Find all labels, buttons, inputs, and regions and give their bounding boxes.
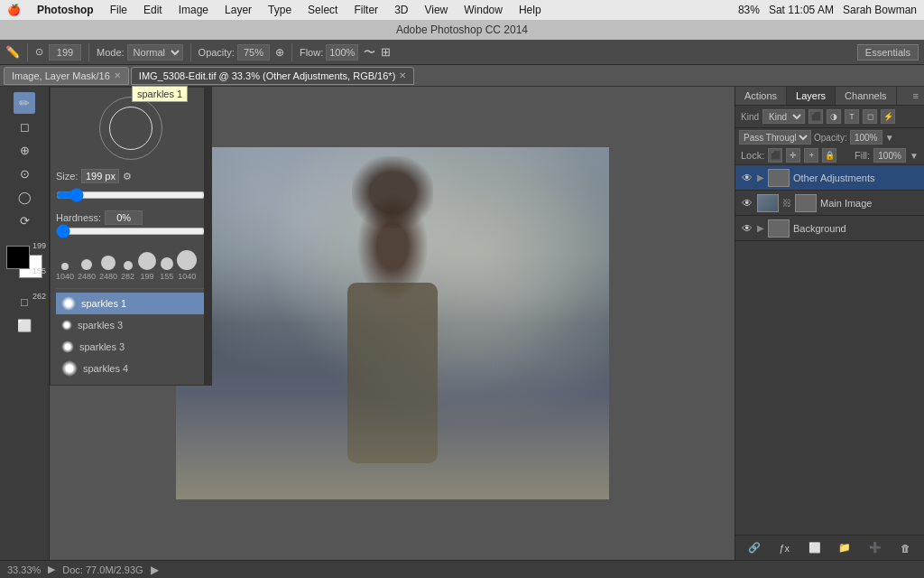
clone-tool-button[interactable]: ⊕	[14, 139, 35, 161]
layer-background[interactable]: 👁 ▶ Background	[735, 216, 924, 241]
size-slider[interactable]	[56, 189, 206, 201]
layer-fx-button[interactable]: ƒx	[775, 540, 793, 556]
brush-item-sparkles4[interactable]: sparkles 4	[56, 358, 206, 379]
size-settings-icon[interactable]: ⚙	[123, 171, 132, 182]
brush-dot-7[interactable]	[177, 250, 197, 270]
lock-icon[interactable]: 🔒	[822, 148, 836, 163]
fill-arrow[interactable]: ▼	[910, 151, 919, 161]
clone-source-icon[interactable]: ⊞	[381, 45, 391, 59]
menu-layer[interactable]: Layer	[225, 4, 252, 16]
tab-layers[interactable]: Layers	[787, 87, 836, 105]
tab-close-icon[interactable]: ✕	[114, 70, 121, 80]
foreground-color-swatch[interactable]	[6, 246, 30, 269]
eraser-tool-button[interactable]: ◻	[14, 116, 35, 137]
panel-options-icon[interactable]: ≡	[908, 87, 924, 105]
menu-file[interactable]: File	[110, 4, 127, 16]
tab-active-close-icon[interactable]: ✕	[399, 70, 406, 80]
tab-layer-mask[interactable]: Image, Layer Mask/16 ✕	[4, 67, 129, 85]
titlebar: Adobe Photoshop CC 2014	[0, 20, 924, 40]
opacity-input[interactable]	[237, 44, 270, 61]
brush-panel-scrollbar[interactable]	[204, 88, 211, 385]
mode-select[interactable]: Normal	[127, 44, 183, 61]
brush-name-1: sparkles 1	[81, 298, 126, 309]
menu-help[interactable]: Help	[519, 4, 541, 16]
layer-visibility-icon-2[interactable]: 👁	[741, 197, 753, 210]
layer-mask-thumb	[795, 194, 817, 212]
app-name[interactable]: Photoshop	[37, 4, 94, 16]
menu-edit[interactable]: Edit	[143, 4, 162, 16]
flow-input[interactable]	[326, 44, 358, 61]
layer-visibility-icon-1[interactable]: 👁	[741, 172, 753, 184]
brush-item-sparkles3a[interactable]: sparkles 3	[56, 314, 206, 336]
opacity-value[interactable]: 100%	[850, 130, 882, 144]
hardness-value[interactable]: 0%	[105, 210, 143, 225]
brush-dot-5[interactable]	[138, 252, 156, 270]
pen-pressure-icon[interactable]: 〜	[364, 44, 375, 61]
status-arrow[interactable]: ▶	[151, 564, 159, 576]
tab-active-label: IMG_5308-Edit.tif @ 33.3% (Other Adjustm…	[139, 70, 395, 81]
icon-filter-pixel[interactable]: ⬛	[808, 109, 823, 124]
brush-dot-3[interactable]	[101, 256, 116, 270]
layer-thumb-background	[768, 219, 790, 238]
menu-3d[interactable]: 3D	[394, 4, 408, 16]
layer-arrow-3[interactable]: ▶	[757, 223, 764, 233]
kind-label: Kind	[741, 112, 759, 122]
icon-filter-adjustment[interactable]: ◑	[827, 109, 841, 124]
icon-filter-smart[interactable]: ⚡	[881, 109, 895, 124]
fill-value[interactable]: 100%	[873, 148, 906, 163]
tab-main-image[interactable]: IMG_5308-Edit.tif @ 33.3% (Other Adjustm…	[131, 67, 414, 85]
lock-move-icon[interactable]: ✛	[786, 148, 800, 163]
smudge-tool-button[interactable]: ⟳	[14, 210, 35, 231]
size-value[interactable]: 199 px	[81, 169, 119, 183]
brush-tool-icon[interactable]: ✏️	[5, 45, 20, 59]
lock-all-icon[interactable]: +	[804, 148, 818, 163]
brush-item-sparkles3b[interactable]: sparkles 3	[56, 336, 206, 358]
add-mask-button[interactable]: ⬜	[806, 540, 824, 556]
blend-mode-select[interactable]: Pass Through Normal	[739, 130, 811, 144]
tab-channels[interactable]: Channels	[836, 87, 896, 105]
screen-mode-button[interactable]: ⬜	[14, 314, 35, 336]
brush-preview-circle	[109, 107, 152, 150]
layer-other-adjustments[interactable]: 👁 ▶ Other Adjustments	[735, 165, 924, 191]
kind-select[interactable]: Kind	[762, 109, 805, 124]
blend-opacity-row: Pass Through Normal Opacity: 100% ▼	[735, 128, 924, 146]
layer-arrow-1[interactable]: ▶	[757, 172, 764, 182]
brush-item-sparkles1[interactable]: sparkles 1	[56, 293, 206, 314]
brush-dot-1[interactable]	[61, 263, 69, 270]
tab-label: Image, Layer Mask/16	[12, 70, 110, 81]
hardness-slider[interactable]	[56, 225, 206, 238]
brush-thumb-2	[61, 320, 72, 331]
panel-tabs: Actions Layers Channels ≡	[735, 87, 924, 106]
brush-dot-2[interactable]	[81, 259, 92, 270]
link-layers-button[interactable]: 🔗	[745, 540, 763, 556]
tab-actions[interactable]: Actions	[735, 87, 787, 105]
zoom-level: 33.33%	[7, 564, 41, 575]
hardness-slider-row	[56, 225, 206, 239]
new-group-button[interactable]: 📁	[836, 540, 854, 556]
heal-tool-button[interactable]: ⊙	[14, 163, 35, 184]
lock-pixels-icon[interactable]: ⬛	[768, 148, 782, 163]
menu-select[interactable]: Select	[308, 4, 337, 16]
brush-size-input[interactable]: 199	[49, 44, 81, 61]
essentials-button[interactable]: Essentials	[857, 44, 919, 61]
dodge-tool-button[interactable]: ◯	[14, 186, 35, 208]
brush-dot-4[interactable]	[124, 261, 133, 270]
opacity-arrow[interactable]: ▼	[885, 133, 894, 143]
icon-filter-shape[interactable]: ◻	[863, 109, 877, 124]
apple-menu[interactable]: 🍎	[7, 4, 21, 16]
airbrush-icon[interactable]: ⊕	[275, 46, 284, 59]
layers-controls: Kind Kind ⬛ ◑ T ◻ ⚡	[735, 106, 924, 128]
brush-tool-button[interactable]: ✏	[14, 92, 35, 114]
menu-view[interactable]: View	[424, 4, 448, 16]
menu-type[interactable]: Type	[268, 4, 291, 16]
toolbar-separator-1	[27, 43, 28, 61]
new-layer-button[interactable]: ➕	[866, 540, 884, 556]
layer-main-image[interactable]: 👁 ⛓ Main Image	[735, 191, 924, 216]
menu-window[interactable]: Window	[464, 4, 503, 16]
delete-layer-button[interactable]: 🗑	[896, 540, 914, 556]
icon-filter-type[interactable]: T	[845, 109, 859, 124]
menu-filter[interactable]: Filter	[354, 4, 378, 16]
layer-visibility-icon-3[interactable]: 👁	[741, 222, 753, 235]
brush-dot-6[interactable]	[161, 257, 173, 270]
menu-image[interactable]: Image	[179, 4, 208, 16]
